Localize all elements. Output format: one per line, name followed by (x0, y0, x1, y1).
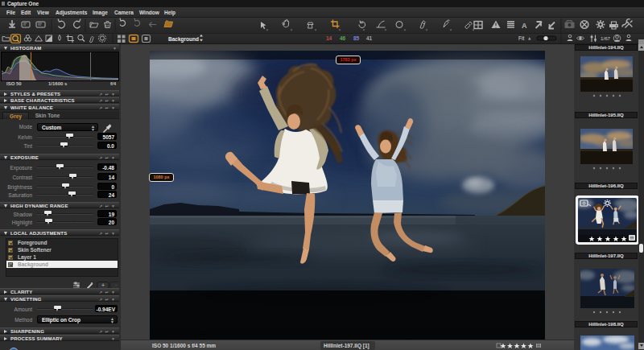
svg-text:46: 46 (340, 35, 346, 41)
svg-text:14: 14 (326, 35, 332, 41)
svg-text:85: 85 (353, 35, 360, 41)
svg-text:-: - (115, 282, 117, 287)
svg-text:1/67: 1/67 (601, 35, 611, 41)
svg-text:41: 41 (366, 35, 373, 41)
svg-text:+: + (101, 282, 105, 288)
svg-text:Fit: Fit (518, 35, 524, 41)
svg-text:A: A (522, 22, 527, 30)
svg-text:Background: Background (168, 36, 199, 43)
